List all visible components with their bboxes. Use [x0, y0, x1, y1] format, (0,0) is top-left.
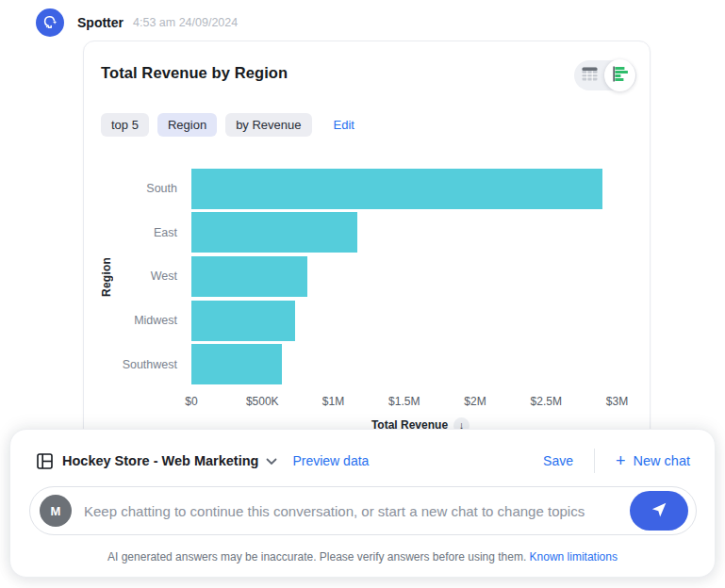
query-chips-row: top 5Regionby Revenue Edit: [101, 113, 650, 137]
user-avatar: M: [40, 495, 72, 527]
known-limitations-link[interactable]: Known limitations: [530, 550, 618, 564]
datasource-name[interactable]: Hockey Store - Web Marketing: [62, 453, 258, 468]
x-tick-label: $2.5M: [531, 395, 562, 408]
chart-view-button[interactable]: [604, 59, 635, 91]
bar-row-midwest: Midwest: [84, 299, 650, 343]
bar-row-south: South: [84, 167, 650, 211]
new-chat-button[interactable]: + New chat: [616, 452, 690, 469]
x-tick-label: $500K: [246, 395, 279, 408]
category-label: East: [84, 226, 191, 239]
x-tick-label: $0: [185, 395, 197, 408]
chevron-down-icon[interactable]: [266, 458, 277, 466]
plus-icon: +: [616, 452, 626, 469]
table-icon: [582, 67, 598, 84]
bar-south[interactable]: [191, 169, 602, 209]
answer-card: Total Revenue by Region: [83, 41, 651, 440]
category-label: Midwest: [84, 314, 191, 327]
sender-name: Spotter: [77, 15, 124, 30]
y-axis-label: Region: [100, 257, 113, 297]
x-tick-label: $3M: [606, 395, 628, 408]
x-tick-label: $1M: [322, 395, 344, 408]
preview-data-link[interactable]: Preview data: [292, 453, 369, 468]
query-chip-top-5[interactable]: top 5: [101, 113, 149, 137]
chat-input-container: M: [29, 486, 697, 535]
card-header: Total Revenue by Region: [84, 41, 650, 90]
bar-southwest[interactable]: [191, 344, 282, 384]
x-tick-label: $2M: [464, 395, 486, 408]
bar-chart: Region SouthEastWestMidwestSouthwest $0$…: [84, 167, 650, 433]
card-title: Total Revenue by Region: [101, 60, 288, 82]
x-tick-label: $1.5M: [388, 395, 420, 408]
bar-midwest[interactable]: [191, 301, 295, 341]
chat-input[interactable]: [84, 503, 624, 519]
edit-query-link[interactable]: Edit: [334, 118, 354, 132]
disclaimer-text: AI generated answers may be inaccurate. …: [107, 550, 526, 564]
bar-row-southwest: Southwest: [84, 342, 650, 386]
send-button[interactable]: [630, 491, 688, 531]
vertical-divider: [594, 449, 595, 473]
bar-row-west: West: [84, 254, 650, 299]
bar-east[interactable]: [191, 212, 357, 253]
visualization-toggle: [574, 60, 636, 90]
query-chip-by-revenue[interactable]: by Revenue: [225, 113, 311, 137]
table-view-button[interactable]: [575, 60, 604, 90]
save-button[interactable]: Save: [543, 453, 573, 468]
lightbulb-sparkle-icon: [42, 13, 58, 33]
bar-row-east: East: [84, 211, 650, 255]
chat-panel: Hockey Store - Web Marketing Preview dat…: [9, 429, 716, 578]
category-label: Southwest: [84, 358, 191, 371]
message-header: Spotter 4:53 am 24/09/2024: [36, 8, 238, 37]
new-chat-label: New chat: [634, 453, 690, 468]
x-axis-ticks: $0$500K$1M$1.5M$2M$2.5M$3M: [191, 395, 650, 412]
category-label: South: [84, 182, 191, 195]
datasource-row: Hockey Store - Web Marketing Preview dat…: [10, 430, 715, 473]
paper-plane-icon: [650, 500, 668, 522]
spotter-avatar: [36, 8, 64, 37]
horizontal-bar-chart-icon: [612, 66, 629, 85]
worksheet-icon: [37, 453, 53, 469]
bar-west[interactable]: [191, 256, 307, 297]
disclaimer-footer: AI generated answers may be inaccurate. …: [10, 550, 715, 564]
message-timestamp: 4:53 am 24/09/2024: [133, 16, 238, 29]
query-chip-region[interactable]: Region: [157, 113, 217, 137]
bar-rows: SouthEastWestMidwestSouthwest: [84, 167, 650, 386]
